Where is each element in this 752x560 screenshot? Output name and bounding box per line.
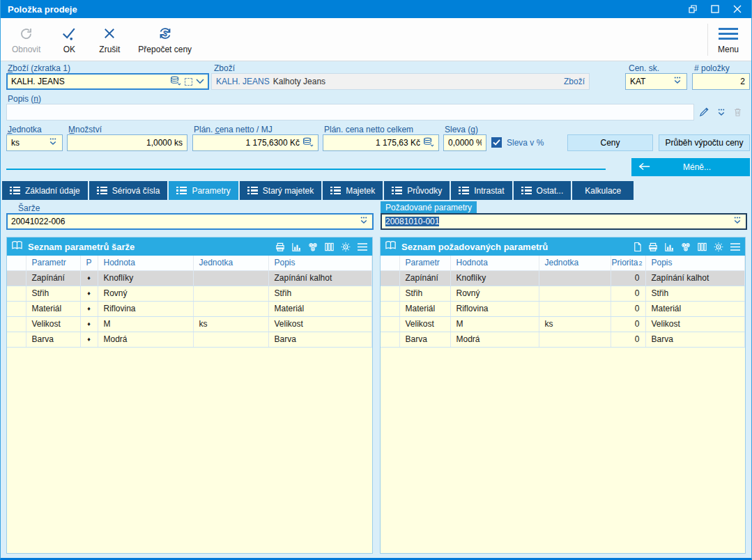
selector-icon[interactable] <box>185 78 192 86</box>
table-cell[interactable]: 0 <box>611 286 645 301</box>
table-cell[interactable]: Střih <box>399 286 450 301</box>
col-jednotka[interactable]: Jednotka <box>539 256 611 270</box>
col-priorita[interactable]: Priorita2 <box>611 256 645 270</box>
prubeh-vypoctu-ceny-button[interactable]: Průběh výpočtu ceny <box>659 134 750 151</box>
table-row[interactable]: Zapínání♦KnoflíkyZapínání kalhot <box>7 270 372 286</box>
zbozi-link[interactable]: Zboží <box>558 77 585 86</box>
table-row[interactable]: StřihRovný0Střih <box>381 286 745 301</box>
pocet-polozek-field[interactable]: 2 <box>692 73 750 90</box>
table-cell[interactable]: Barva <box>26 332 80 347</box>
table-cell[interactable]: Barva <box>268 332 372 347</box>
tab-parametry[interactable]: Parametry <box>169 181 238 200</box>
maximize-icon[interactable] <box>711 5 719 13</box>
coins-icon[interactable] <box>302 137 314 150</box>
table-cell[interactable]: Velikost <box>26 316 80 332</box>
col-parametr[interactable]: Parametr <box>399 256 450 270</box>
cen-sk-field[interactable]: KAT <box>625 73 687 90</box>
table-cell[interactable]: Modrá <box>98 332 193 347</box>
table-cell[interactable]: Materiál <box>399 301 450 316</box>
combo-dropdown-icon[interactable] <box>673 76 682 87</box>
row-selector[interactable] <box>7 332 26 347</box>
restore-icon[interactable] <box>689 5 697 13</box>
table-cell[interactable]: Riflovina <box>450 301 539 316</box>
hamburger-menu-icon[interactable] <box>730 242 741 251</box>
table-row[interactable]: BarvaModrá0Barva <box>381 332 745 347</box>
combo-dropdown-icon[interactable] <box>716 107 726 120</box>
table-cell[interactable]: Materiál <box>268 301 372 316</box>
table-cell[interactable]: ♦ <box>80 316 98 332</box>
row-selector[interactable] <box>381 270 399 286</box>
columns-icon[interactable] <box>324 242 335 252</box>
gear-icon[interactable] <box>713 242 724 252</box>
table-cell[interactable]: Riflovina <box>98 301 193 316</box>
row-selector[interactable] <box>7 301 26 316</box>
pencil-icon[interactable] <box>699 107 709 120</box>
mene-button[interactable]: Méně... <box>631 158 750 176</box>
mnozstvi-field[interactable]: 1,0000 ks <box>67 134 187 151</box>
table-cell[interactable]: M <box>98 316 193 332</box>
table-cell[interactable] <box>193 286 268 301</box>
table-cell[interactable]: ks <box>539 316 611 332</box>
chart-icon[interactable] <box>664 242 675 252</box>
col-hodnota[interactable]: Hodnota <box>98 256 193 270</box>
table-cell[interactable]: 0 <box>611 270 645 286</box>
row-selector[interactable] <box>381 301 399 316</box>
table-cell[interactable]: ks <box>193 316 268 332</box>
plan-cena-mj-field[interactable]: 1 175,6300 Kč <box>192 134 319 151</box>
table-row[interactable]: Barva♦ModráBarva <box>7 332 372 347</box>
tab-intrastat[interactable]: Intrastat <box>451 181 512 200</box>
gears-icon[interactable] <box>680 242 691 252</box>
table-cell[interactable]: Velikost <box>399 316 450 332</box>
table-cell[interactable] <box>193 332 268 347</box>
table-cell[interactable]: Materiál <box>645 301 745 316</box>
table-cell[interactable]: ♦ <box>80 270 98 286</box>
row-selector[interactable] <box>7 270 26 286</box>
table-row[interactable]: Velikost♦MksVelikost <box>7 316 372 332</box>
table-cell[interactable] <box>539 286 611 301</box>
table-row[interactable]: ZapínáníKnoflíky0Zapínání kalhot <box>381 270 745 286</box>
table-cell[interactable] <box>539 301 611 316</box>
table-row[interactable]: MateriálRiflovina0Materiál <box>381 301 745 316</box>
table-cell[interactable]: 0 <box>611 332 645 347</box>
table-cell[interactable] <box>539 270 611 286</box>
menu-button[interactable]: Menu <box>708 22 749 57</box>
col-popis[interactable]: Popis <box>645 256 745 270</box>
tab-zakladni-udaje[interactable]: Základní údaje <box>2 181 88 200</box>
print-icon[interactable] <box>275 242 286 252</box>
row-selector[interactable] <box>7 286 26 301</box>
zrusit-button[interactable]: Zrušit <box>89 18 130 61</box>
tab-pruvodky[interactable]: Průvodky <box>384 181 450 200</box>
col-jednotka[interactable]: Jednotka <box>193 256 268 270</box>
obnovit-button[interactable]: Obnovit <box>3 18 49 61</box>
col-hodnota[interactable]: Hodnota <box>450 256 539 270</box>
tab-kalkulace[interactable]: Kalkulace <box>572 181 634 200</box>
ceny-button[interactable]: Ceny <box>567 134 653 151</box>
popis-field[interactable] <box>6 104 694 120</box>
col-p[interactable]: P <box>80 256 98 270</box>
table-cell[interactable]: M <box>450 316 539 332</box>
sleva-checkbox[interactable] <box>491 137 502 148</box>
print-icon[interactable] <box>647 242 659 252</box>
table-cell[interactable]: Střih <box>268 286 372 301</box>
combo-dropdown-icon[interactable] <box>359 216 369 227</box>
table-row[interactable]: VelikostMks0Velikost <box>381 316 745 332</box>
table-cell[interactable]: 0 <box>611 316 645 332</box>
new-document-icon[interactable] <box>633 242 642 252</box>
table-cell[interactable]: ♦ <box>80 332 98 347</box>
plan-cena-celkem-field[interactable]: 1 175,63 Kč <box>323 134 439 151</box>
table-cell[interactable] <box>193 301 268 316</box>
close-icon[interactable] <box>733 5 742 13</box>
table-cell[interactable]: Rovný <box>450 286 539 301</box>
coins-icon[interactable] <box>170 75 181 88</box>
chevron-down-icon[interactable] <box>196 77 204 86</box>
table-cell[interactable]: ♦ <box>80 301 98 316</box>
hamburger-menu-icon[interactable] <box>357 242 368 251</box>
row-selector[interactable] <box>381 286 399 301</box>
gears-icon[interactable] <box>307 242 319 252</box>
table-cell[interactable]: 0 <box>611 301 645 316</box>
chart-icon[interactable] <box>291 242 302 252</box>
table-cell[interactable]: Barva <box>645 332 745 347</box>
sarze-field[interactable]: 20041022-006 <box>6 213 374 230</box>
ok-button[interactable]: OK <box>49 18 89 61</box>
tab-majetek[interactable]: Majetek <box>323 181 383 200</box>
